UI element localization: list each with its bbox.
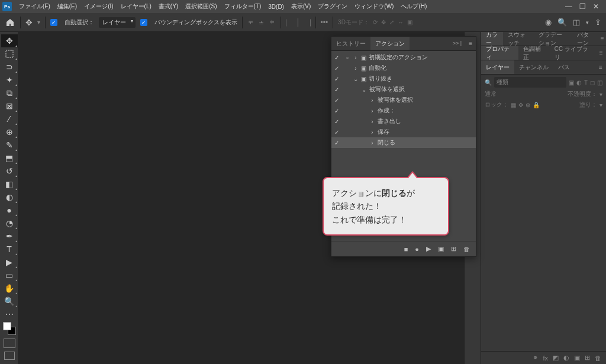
align-top-icon[interactable]: ⫧ xyxy=(247,18,254,27)
blur-tool[interactable]: ● xyxy=(1,204,18,217)
share-icon[interactable]: ⇪ xyxy=(595,18,601,27)
panel-menu-icon[interactable]: ≡ xyxy=(469,40,472,47)
filter-smart-icon[interactable]: ◫ xyxy=(597,79,602,86)
menu-plugin[interactable]: プラグイン xyxy=(314,2,351,11)
eraser-tool[interactable]: ◧ xyxy=(1,178,18,191)
tab-adjust[interactable]: 色調補正 xyxy=(518,46,550,60)
clone-stamp-tool[interactable]: ⬒ xyxy=(1,152,18,165)
menu-3d[interactable]: 3D(D) xyxy=(265,4,288,10)
search-icon[interactable]: 🔍 xyxy=(485,79,492,86)
stop-button[interactable]: ■ xyxy=(404,246,408,253)
window-close-button[interactable]: ✕ xyxy=(593,2,599,11)
more-align-icon[interactable]: ••• xyxy=(321,18,328,27)
tab-cclib[interactable]: CC ライブラリ xyxy=(550,46,597,60)
menu-edit[interactable]: 編集(E) xyxy=(54,2,80,11)
new-set-button[interactable]: ▣ xyxy=(438,245,444,253)
hand-tool[interactable]: ✋ xyxy=(1,282,18,295)
tab-paths[interactable]: パス xyxy=(553,60,575,74)
menu-view[interactable]: 表示(V) xyxy=(288,2,314,11)
window-restore-button[interactable]: ❐ xyxy=(579,2,586,11)
menu-window[interactable]: ウィンドウ(W) xyxy=(351,2,397,11)
menu-image[interactable]: イメージ(I) xyxy=(80,2,117,11)
dodge-tool[interactable]: ◔ xyxy=(1,217,18,230)
action-row[interactable]: ✓▫›▣初期設定のアクション xyxy=(331,52,476,63)
zoom-tool[interactable]: 🔍 xyxy=(1,295,18,308)
path-select-tool[interactable]: ▶ xyxy=(1,256,18,269)
cloud-docs-icon[interactable]: 🔍 xyxy=(557,18,567,27)
link-layers-icon[interactable]: ⚭ xyxy=(533,354,538,362)
home-button[interactable] xyxy=(5,17,15,28)
trash-button[interactable]: 🗑 xyxy=(463,246,470,253)
panel-menu-icon[interactable]: ≡ xyxy=(595,60,606,74)
lock-pixels-icon[interactable]: ▦ xyxy=(511,102,516,108)
shape-tool[interactable]: ▭ xyxy=(1,269,18,282)
align-vcenter-icon[interactable]: ⫨ xyxy=(258,18,265,27)
action-row[interactable]: ✓›作成： xyxy=(331,105,476,116)
adjustment-layer-icon[interactable]: ◐ xyxy=(563,354,569,362)
marquee-tool[interactable] xyxy=(1,47,18,60)
panel-menu-icon[interactable]: ≡ xyxy=(598,32,606,46)
tab-channels[interactable]: チャンネル xyxy=(514,60,553,74)
frame-tool[interactable]: ⊠ xyxy=(1,99,18,112)
filter-type-icon[interactable]: T xyxy=(584,79,588,86)
align-right-icon[interactable]: ⎹ xyxy=(304,18,311,27)
action-row[interactable]: ✓›保存 xyxy=(331,127,476,137)
gradient-tool[interactable]: ◐ xyxy=(1,191,18,204)
align-hcenter-icon[interactable]: │ xyxy=(296,18,301,27)
auto-select-checkbox[interactable]: ✓ xyxy=(50,19,57,26)
action-row[interactable]: ✓›閉じる xyxy=(331,137,476,148)
tab-swatches[interactable]: スウォッチ xyxy=(503,32,533,46)
action-row[interactable]: ✓⌄▣切り抜き xyxy=(331,73,476,84)
auto-select-target-dropdown[interactable]: レイヤー xyxy=(99,17,136,28)
blend-mode-dropdown[interactable]: 通常 xyxy=(485,90,497,98)
filter-shape-icon[interactable]: ◻ xyxy=(590,79,595,86)
tab-pattern[interactable]: パターン xyxy=(572,32,598,46)
layer-mask-icon[interactable]: ◩ xyxy=(553,354,559,362)
menu-file[interactable]: ファイル(F) xyxy=(15,2,54,11)
tab-color[interactable]: カラー xyxy=(481,32,503,46)
layer-filter-dropdown[interactable]: 種類 xyxy=(494,77,566,88)
history-brush-tool[interactable]: ↺ xyxy=(1,165,18,178)
edit-toolbar[interactable]: ⋯ xyxy=(1,308,18,321)
quick-select-tool[interactable]: ✦ xyxy=(1,73,18,86)
distribute-buttons[interactable]: ⎸ │ ⎹ xyxy=(286,18,311,27)
brush-tool[interactable]: ✎ xyxy=(1,138,18,152)
menu-layer[interactable]: レイヤー(L) xyxy=(117,2,155,11)
action-row[interactable]: ✓›▣自動化 xyxy=(331,63,476,73)
fill-value[interactable]: ▾ xyxy=(599,102,602,108)
trash-icon[interactable]: 🗑 xyxy=(595,355,601,362)
lasso-tool[interactable]: ⊃ xyxy=(1,60,18,73)
group-icon[interactable]: ▣ xyxy=(574,354,580,362)
panel-collapse-button[interactable]: >> | xyxy=(453,40,462,46)
filter-adj-icon[interactable]: ◐ xyxy=(576,79,582,86)
type-tool[interactable]: T xyxy=(1,243,18,256)
new-layer-icon[interactable]: ⊞ xyxy=(585,354,590,362)
tab-properties[interactable]: プロパティ xyxy=(481,46,518,60)
panel-menu-icon[interactable]: ≡ xyxy=(596,46,606,60)
lock-artboard-icon[interactable]: ⊕ xyxy=(526,102,530,108)
healing-brush-tool[interactable]: ⊕ xyxy=(1,125,18,138)
window-minimize-button[interactable]: — xyxy=(565,2,572,11)
new-action-button[interactable]: ⊞ xyxy=(451,245,456,253)
action-row[interactable]: ✓›被写体を選択 xyxy=(331,95,476,105)
canvas-area[interactable]: ヒストリー アクション >> | ≡ ✓▫›▣初期設定のアクション ✓›▣自動化… xyxy=(19,32,464,364)
align-buttons[interactable]: ⫧ ⫨ ⫩ xyxy=(247,18,276,27)
action-row[interactable]: ✓›書き出し xyxy=(331,116,476,127)
opacity-value[interactable]: ▾ xyxy=(599,91,602,98)
record-button[interactable]: ● xyxy=(415,246,419,253)
tab-gradient[interactable]: グラデーション xyxy=(534,32,572,46)
screen-mode-toggle[interactable] xyxy=(4,352,15,360)
tab-history[interactable]: ヒストリー xyxy=(331,37,370,50)
layer-style-icon[interactable]: fx xyxy=(543,355,548,362)
tab-layers[interactable]: レイヤー xyxy=(481,60,514,74)
color-swatches[interactable] xyxy=(3,322,16,335)
crop-tool[interactable]: ⧉ xyxy=(1,86,18,99)
search-icon[interactable]: ◉ xyxy=(545,18,552,27)
play-button[interactable]: ▶ xyxy=(426,245,431,253)
quick-mask-toggle[interactable] xyxy=(4,339,15,348)
lock-position-icon[interactable]: ✥ xyxy=(518,102,523,108)
align-left-icon[interactable]: ⎸ xyxy=(286,18,292,27)
align-bottom-icon[interactable]: ⫩ xyxy=(269,18,276,27)
action-row[interactable]: ✓⌄被写体を選択 xyxy=(331,84,476,95)
lock-all-icon[interactable]: 🔒 xyxy=(533,102,540,108)
